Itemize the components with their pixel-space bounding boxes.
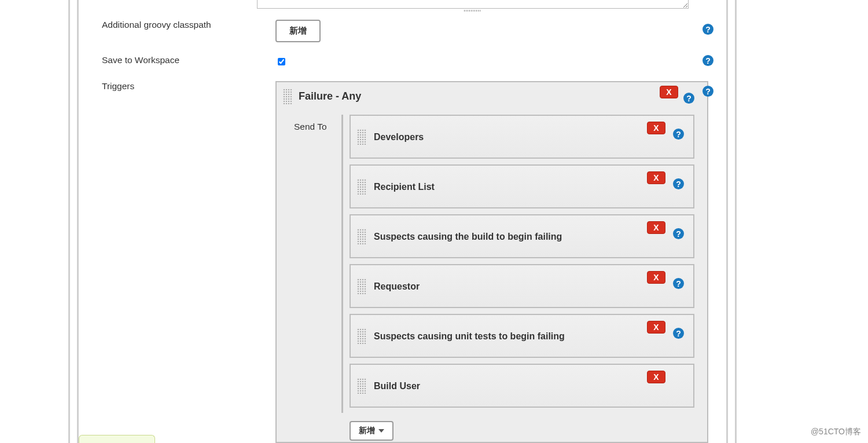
- recipient-item: Suspects causing unit tests to begin fai…: [350, 314, 694, 358]
- add-recipient-button[interactable]: 新增: [350, 421, 393, 441]
- drag-handle-icon[interactable]: [356, 278, 367, 294]
- recipient-label: Build User: [374, 381, 420, 391]
- recipient-label: Recipient List: [374, 182, 435, 192]
- recipient-label: Developers: [374, 132, 424, 142]
- delete-recipient-button[interactable]: [647, 271, 665, 284]
- drag-handle-icon[interactable]: [356, 378, 367, 394]
- send-to-label: Send To: [294, 122, 327, 132]
- recipient-list-rail: [341, 115, 349, 413]
- additional-classpath-label: Additional groovy classpath: [102, 20, 211, 30]
- drag-handle-icon[interactable]: [356, 328, 367, 344]
- textarea-resize-handle[interactable]: [257, 9, 689, 12]
- recipient-item: Requestor: [350, 264, 694, 308]
- trigger-panel: Failure - Any Send To DevelopersRecipien…: [275, 81, 708, 443]
- delete-recipient-button[interactable]: [647, 122, 665, 134]
- triggers-label: Triggers: [102, 81, 134, 91]
- help-icon[interactable]: [703, 55, 713, 66]
- help-icon[interactable]: [673, 129, 684, 140]
- help-icon[interactable]: [673, 328, 684, 339]
- recipient-item: Recipient List: [350, 164, 694, 208]
- help-icon[interactable]: [673, 178, 684, 189]
- recipient-label: Suspects causing the build to begin fail…: [374, 232, 562, 242]
- drag-handle-icon[interactable]: [282, 88, 293, 104]
- delete-recipient-button[interactable]: [647, 171, 665, 184]
- recipient-item: Build User: [350, 364, 694, 408]
- bottom-tab-nub: [79, 435, 155, 443]
- watermark: @51CTO博客: [811, 427, 861, 437]
- drag-handle-icon[interactable]: [356, 129, 367, 145]
- trigger-title: Failure - Any: [299, 90, 361, 102]
- help-icon[interactable]: [683, 93, 694, 104]
- help-icon[interactable]: [673, 228, 684, 239]
- delete-recipient-button[interactable]: [647, 321, 665, 334]
- save-to-workspace-checkbox[interactable]: [278, 58, 285, 65]
- help-icon[interactable]: [673, 278, 684, 289]
- save-to-workspace-label: Save to Workspace: [102, 55, 179, 65]
- drag-handle-icon[interactable]: [356, 178, 367, 195]
- recipient-label: Suspects causing unit tests to begin fai…: [374, 331, 565, 342]
- top-textarea[interactable]: [257, 0, 689, 9]
- add-classpath-button[interactable]: 新增: [275, 20, 321, 42]
- drag-handle-icon[interactable]: [356, 228, 367, 244]
- recipient-item: Suspects causing the build to begin fail…: [350, 214, 694, 258]
- help-icon[interactable]: [703, 24, 713, 35]
- add-recipient-label: 新增: [359, 426, 375, 436]
- delete-recipient-button[interactable]: [647, 371, 665, 383]
- recipient-label: Requestor: [374, 281, 420, 292]
- recipient-item: Developers: [350, 115, 694, 159]
- delete-recipient-button[interactable]: [647, 221, 665, 234]
- chevron-down-icon: [378, 429, 384, 433]
- delete-trigger-button[interactable]: [660, 86, 678, 98]
- help-icon[interactable]: [703, 86, 713, 97]
